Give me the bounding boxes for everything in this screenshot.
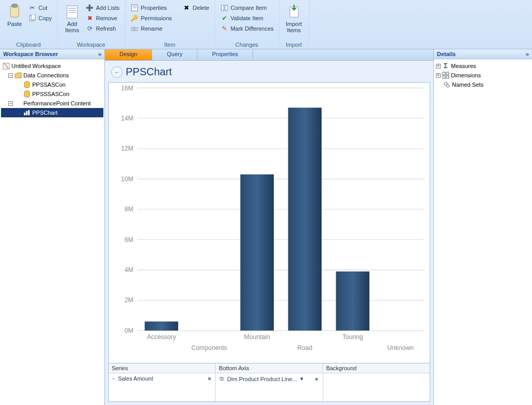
tree-root[interactable]: Untitled Workspace	[1, 61, 103, 71]
remove-icon: ✖	[86, 14, 94, 22]
details-named-sets[interactable]: Named Sets	[435, 80, 531, 89]
add-items-button[interactable]: Add Items	[61, 2, 84, 34]
ribbon-group-import: Import Items Import	[280, 0, 309, 49]
series-label: Sales Amount	[118, 375, 153, 382]
tree-label: PerformancePoint Content	[23, 100, 91, 106]
chart-canvas: 0M2M4M6M8M10M12M14M16MAccessoryComponent…	[108, 82, 430, 363]
bottom-axis-panel: Bottom Axis ⧉ Dim Product Product Line..…	[216, 363, 323, 401]
permissions-button[interactable]: 🔑 Permissions	[128, 14, 174, 23]
ribbon-group-workspace: Add Items ➕ Add Lists ✖ Remove ⟳ Refresh…	[58, 0, 125, 49]
axis-label: Dim Product Product Line...	[227, 376, 297, 382]
delete-button[interactable]: ✖ Delete	[180, 3, 211, 12]
svg-rect-43	[336, 272, 369, 331]
dimensions-icon	[442, 71, 450, 79]
paste-button[interactable]: Paste	[3, 2, 26, 28]
mark-label: Mark Differences	[231, 25, 274, 32]
back-button[interactable]: ←	[111, 66, 123, 78]
import-label: Import Items	[286, 21, 302, 33]
svg-rect-10	[132, 7, 137, 8]
chart-icon	[23, 109, 31, 117]
svg-rect-52	[443, 76, 445, 78]
tree-con1[interactable]: PPSSASCon	[1, 80, 103, 89]
ribbon-group-label: Clipboard	[0, 42, 57, 49]
svg-rect-19	[24, 113, 25, 115]
svg-text:Road: Road	[297, 344, 312, 352]
center-tabs: Design Query Properties	[105, 49, 433, 61]
svg-rect-3	[31, 15, 35, 20]
details-dimensions[interactable]: + Dimensions	[435, 71, 531, 80]
details-header: Details »	[434, 49, 532, 59]
tree-con2[interactable]: PPSSSASCon	[1, 89, 103, 99]
axis-item[interactable]: ⧉ Dim Product Product Line... ▾ ×	[218, 374, 320, 383]
remove-label: Remove	[96, 15, 117, 21]
svg-rect-13	[221, 5, 224, 10]
expand-toggle[interactable]: +	[436, 73, 441, 78]
mark-differences-button[interactable]: ✎ Mark Differences	[218, 24, 276, 33]
add-lists-button[interactable]: ➕ Add Lists	[84, 3, 122, 12]
svg-text:ab: ab	[132, 27, 137, 31]
collapse-icon[interactable]: «	[98, 51, 101, 57]
svg-text:6M: 6M	[125, 236, 134, 243]
page-title: PPSChart	[126, 66, 172, 78]
validate-button[interactable]: ✔ Validate Item	[218, 14, 276, 23]
ribbon: Paste ✂ Cut Copy Clipboard	[0, 0, 532, 49]
folder-icon	[14, 71, 22, 79]
tab-design[interactable]: Design	[105, 49, 152, 60]
copy-button[interactable]: Copy	[26, 14, 54, 23]
tree-ppschart[interactable]: PPSChart	[1, 108, 103, 117]
svg-point-55	[446, 84, 449, 87]
validate-icon: ✔	[220, 14, 229, 22]
svg-text:14M: 14M	[121, 115, 134, 122]
properties-label: Properties	[141, 5, 167, 11]
ribbon-group-label: Changes	[215, 42, 279, 49]
permissions-label: Permissions	[141, 15, 172, 21]
properties-button[interactable]: Properties	[128, 3, 174, 12]
series-header: Series	[109, 363, 215, 373]
chart-area: ← PPSChart 0M2M4M6M8M10M12M14M16MAccesso…	[105, 61, 433, 405]
add-items-icon	[64, 3, 81, 20]
svg-rect-50	[443, 72, 445, 75]
details-measures[interactable]: + Σ Measures	[435, 61, 531, 71]
compare-label: Compare Item	[231, 5, 267, 11]
axis-header: Bottom Axis	[216, 363, 322, 373]
expand-icon[interactable]: »	[526, 51, 529, 57]
remove-axis-button[interactable]: ×	[315, 376, 318, 382]
svg-text:4M: 4M	[125, 266, 134, 274]
main-area: Workspace Browser « Untitled Workspace −…	[0, 49, 532, 405]
cube-icon	[14, 99, 22, 107]
details-pane: Details » + Σ Measures + Dimensions	[433, 49, 532, 405]
compare-button[interactable]: Compare Item	[218, 3, 276, 12]
series-item[interactable]: ▫ Sales Amount ×	[111, 374, 213, 383]
copy-label: Copy	[38, 15, 52, 21]
database-icon	[23, 80, 31, 89]
collapse-toggle[interactable]: −	[8, 101, 13, 106]
svg-text:8M: 8M	[125, 206, 134, 213]
tab-query[interactable]: Query	[152, 49, 197, 60]
expand-toggle[interactable]: +	[436, 64, 441, 69]
cut-button[interactable]: ✂ Cut	[26, 3, 54, 12]
hierarchy-icon: ⧉	[220, 375, 224, 382]
svg-rect-20	[26, 111, 28, 115]
named-sets-icon	[443, 80, 451, 89]
svg-rect-51	[446, 72, 449, 75]
svg-rect-5	[69, 8, 76, 9]
collapse-toggle[interactable]: −	[8, 73, 13, 78]
svg-text:12M: 12M	[121, 145, 134, 152]
mark-icon: ✎	[220, 24, 229, 33]
workspace-browser-header: Workspace Browser «	[0, 49, 104, 59]
import-items-button[interactable]: Import Items	[283, 2, 305, 34]
rename-button[interactable]: ab Rename	[128, 24, 174, 33]
tree-pp-content[interactable]: − PerformancePoint Content	[1, 99, 103, 108]
refresh-button[interactable]: ⟳ Refresh	[84, 24, 122, 33]
add-items-label: Add Items	[65, 21, 79, 33]
remove-series-button[interactable]: ×	[208, 375, 211, 382]
svg-text:2M: 2M	[125, 296, 134, 304]
axis-dropdown[interactable]: ▾	[300, 375, 303, 382]
tab-properties[interactable]: Properties	[197, 49, 253, 60]
tree-data-connections[interactable]: − Data Connections	[1, 71, 103, 80]
tree-label: Data Connections	[23, 72, 69, 78]
center-pane: Design Query Properties ← PPSChart	[105, 49, 433, 405]
remove-button[interactable]: ✖ Remove	[84, 14, 122, 23]
details-label: Named Sets	[452, 82, 484, 88]
tree-label: PPSChart	[32, 110, 58, 116]
